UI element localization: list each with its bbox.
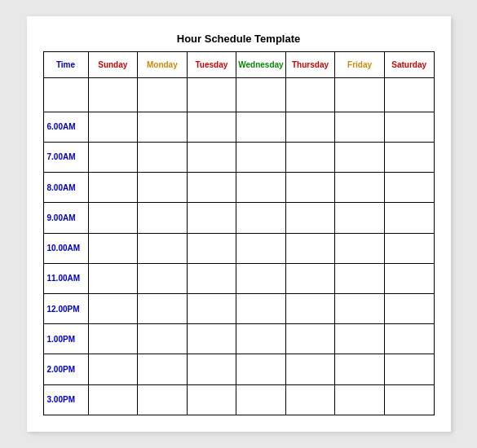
schedule-cell[interactable] (138, 173, 188, 203)
schedule-cell[interactable] (187, 78, 236, 112)
schedule-cell[interactable] (88, 78, 138, 112)
schedule-cell[interactable] (285, 203, 335, 233)
schedule-cell[interactable] (236, 203, 286, 233)
schedule-cell[interactable] (236, 384, 286, 415)
time-cell: 2.00PM (43, 354, 88, 384)
schedule-cell[interactable] (88, 324, 138, 354)
schedule-cell[interactable] (335, 263, 385, 293)
schedule-cell[interactable] (384, 263, 434, 293)
schedule-cell[interactable] (285, 112, 335, 142)
schedule-cell[interactable] (88, 263, 138, 293)
schedule-cell[interactable] (88, 173, 138, 203)
schedule-cell[interactable] (384, 78, 434, 112)
schedule-cell[interactable] (236, 233, 286, 263)
schedule-cell[interactable] (138, 233, 188, 263)
header-tuesday: Tuesday (187, 52, 236, 78)
schedule-cell[interactable] (335, 78, 385, 112)
schedule-cell[interactable] (187, 173, 236, 203)
table-row: 2.00PM (43, 354, 434, 384)
schedule-cell[interactable] (285, 173, 335, 203)
page-title: Hour Schedule Template (43, 33, 435, 45)
header-thursday: Thursday (285, 52, 335, 78)
schedule-cell[interactable] (187, 324, 236, 354)
schedule-cell[interactable] (384, 142, 434, 172)
schedule-cell[interactable] (88, 142, 138, 172)
schedule-cell[interactable] (236, 142, 286, 172)
schedule-cell[interactable] (187, 233, 236, 263)
schedule-cell[interactable] (138, 263, 188, 293)
schedule-cell[interactable] (236, 173, 286, 203)
schedule-cell[interactable] (384, 173, 434, 203)
table-row: 9.00AM (43, 203, 434, 233)
schedule-cell[interactable] (285, 384, 335, 415)
table-row (43, 78, 434, 112)
schedule-cell[interactable] (236, 354, 286, 384)
table-row: 11.00AM (43, 263, 434, 293)
schedule-cell[interactable] (187, 294, 236, 324)
table-row: 6.00AM (43, 112, 434, 142)
schedule-cell[interactable] (335, 142, 385, 172)
schedule-cell[interactable] (335, 324, 385, 354)
schedule-cell[interactable] (285, 324, 335, 354)
schedule-cell[interactable] (335, 203, 385, 233)
time-cell (43, 78, 88, 112)
time-cell: 12.00PM (43, 294, 88, 324)
schedule-cell[interactable] (187, 203, 236, 233)
header-friday: Friday (335, 52, 385, 78)
schedule-cell[interactable] (187, 142, 236, 172)
schedule-cell[interactable] (335, 173, 385, 203)
schedule-cell[interactable] (187, 384, 236, 415)
schedule-cell[interactable] (138, 294, 188, 324)
schedule-cell[interactable] (138, 354, 188, 384)
schedule-cell[interactable] (384, 294, 434, 324)
schedule-cell[interactable] (335, 384, 385, 415)
schedule-cell[interactable] (236, 263, 286, 293)
schedule-cell[interactable] (236, 294, 286, 324)
schedule-cell[interactable] (187, 354, 236, 384)
schedule-cell[interactable] (88, 384, 138, 415)
schedule-cell[interactable] (285, 354, 335, 384)
schedule-cell[interactable] (138, 203, 188, 233)
schedule-cell[interactable] (384, 324, 434, 354)
schedule-cell[interactable] (384, 112, 434, 142)
schedule-cell[interactable] (138, 142, 188, 172)
schedule-cell[interactable] (285, 78, 335, 112)
schedule-cell[interactable] (88, 233, 138, 263)
time-cell: 11.00AM (43, 263, 88, 293)
header-row: Time Sunday Monday Tuesday Wednesday Thu… (43, 52, 434, 78)
schedule-cell[interactable] (335, 233, 385, 263)
schedule-cell[interactable] (138, 112, 188, 142)
schedule-cell[interactable] (335, 112, 385, 142)
schedule-cell[interactable] (285, 294, 335, 324)
schedule-cell[interactable] (138, 384, 188, 415)
page: Hour Schedule Template Time Sunday Monda… (27, 16, 451, 432)
schedule-table: Time Sunday Monday Tuesday Wednesday Thu… (43, 51, 435, 415)
schedule-cell[interactable] (384, 203, 434, 233)
schedule-cell[interactable] (384, 233, 434, 263)
header-sunday: Sunday (88, 52, 138, 78)
schedule-cell[interactable] (187, 112, 236, 142)
schedule-cell[interactable] (138, 78, 188, 112)
schedule-cell[interactable] (236, 78, 286, 112)
schedule-cell[interactable] (88, 203, 138, 233)
schedule-cell[interactable] (88, 112, 138, 142)
schedule-cell[interactable] (88, 354, 138, 384)
header-monday: Monday (138, 52, 188, 78)
time-cell: 6.00AM (43, 112, 88, 142)
schedule-cell[interactable] (335, 354, 385, 384)
header-time: Time (43, 52, 88, 78)
table-row: 1.00PM (43, 324, 434, 354)
schedule-cell[interactable] (236, 324, 286, 354)
schedule-cell[interactable] (88, 294, 138, 324)
schedule-cell[interactable] (384, 384, 434, 415)
schedule-cell[interactable] (335, 294, 385, 324)
schedule-cell[interactable] (285, 233, 335, 263)
schedule-cell[interactable] (236, 112, 286, 142)
schedule-cell[interactable] (285, 142, 335, 172)
schedule-cell[interactable] (384, 354, 434, 384)
schedule-cell[interactable] (187, 263, 236, 293)
schedule-cell[interactable] (285, 263, 335, 293)
time-cell: 3.00PM (43, 384, 88, 415)
schedule-cell[interactable] (138, 324, 188, 354)
time-cell: 10.00AM (43, 233, 88, 263)
